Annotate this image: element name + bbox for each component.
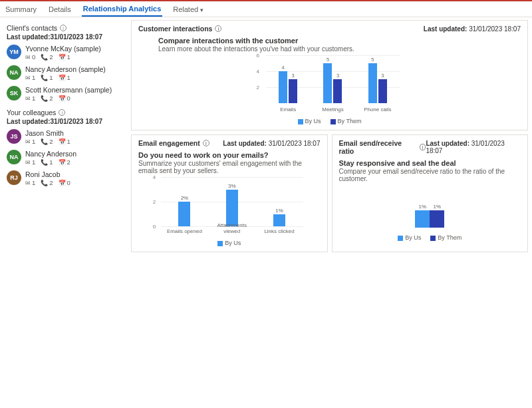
card-title: Customer interactions: [138, 25, 212, 33]
card-title: Email engagement: [138, 139, 200, 147]
contact-name: Nancy Anderson (sample): [25, 65, 124, 73]
avatar: JS: [7, 129, 21, 144]
customer-interactions-chart: 24643Emails53Meetings53Phone calls: [257, 55, 403, 115]
card-subtext: Summarize your customers' email engageme…: [138, 160, 321, 174]
contact-name: Scott Konersmann (sample): [25, 86, 124, 94]
calendar-icon: 📅: [59, 159, 66, 166]
colleagues-last-updated: Last updated:31/01/2023 18:07: [7, 118, 124, 125]
mail-icon: ✉: [25, 180, 31, 186]
avatar: NA: [7, 150, 21, 164]
email-engagement-card: Email engagementi Last updated: 31/01/20…: [131, 134, 328, 252]
phone-icon: 📞: [41, 159, 48, 166]
chart-legend: By Us: [138, 240, 321, 246]
card-heading: Do you need to work on your emails?: [138, 151, 321, 159]
avatar: YM: [7, 45, 21, 59]
card-subtext: Compare your email send/receive ratio to…: [339, 168, 521, 182]
phone-icon: 📞: [41, 180, 48, 186]
mail-icon: ✉: [25, 54, 31, 61]
customer-interactions-card: Customer interactionsi Last updated: 31/…: [131, 20, 528, 130]
last-updated: Last updated: 31/01/2023 18:07: [426, 140, 521, 154]
contact-stats: ✉1 📞2 📅0: [25, 95, 124, 102]
last-updated: Last updated: 31/01/2023 18:07: [223, 140, 320, 147]
info-icon[interactable]: i: [59, 109, 65, 116]
contact-stats: ✉1 📞2 📅0: [25, 179, 124, 186]
chevron-down-icon: ▾: [200, 7, 203, 13]
mail-icon: ✉: [25, 75, 31, 81]
phone-icon: 📞: [41, 95, 48, 102]
mail-icon: ✉: [25, 138, 31, 145]
calendar-icon: 📅: [59, 180, 66, 186]
info-icon[interactable]: i: [60, 25, 66, 31]
info-icon[interactable]: i: [203, 140, 209, 146]
tab-summary[interactable]: Summary: [4, 3, 38, 16]
phone-icon: 📞: [41, 75, 48, 81]
contact-item[interactable]: NA Nancy Anderson (sample) ✉1 📞1 📅1: [7, 65, 124, 81]
contact-name: Roni Jacob: [25, 170, 124, 178]
main-area: Customer interactionsi Last updated: 31/…: [128, 17, 532, 407]
card-heading: Compare interactions with the customer: [158, 37, 521, 45]
contact-item[interactable]: SK Scott Konersmann (sample) ✉1 📞2 📅0: [7, 86, 124, 102]
chart-legend: By Us By Them: [339, 234, 521, 241]
avatar: NA: [7, 65, 21, 80]
contact-item[interactable]: RJ Roni Jacob ✉1 📞2 📅0: [7, 170, 124, 186]
contact-name: Jason Smith: [25, 129, 124, 137]
card-heading: Stay responsive and seal the deal: [339, 159, 521, 167]
card-title: Email send/receive ratio: [339, 139, 417, 155]
contact-item[interactable]: JS Jason Smith ✉1 📞2 📅1: [7, 129, 124, 145]
tab-relationship-analytics[interactable]: Relationship Analytics: [82, 2, 163, 17]
avatar: SK: [7, 86, 21, 101]
card-subtext: Learn more about the interactions you've…: [158, 45, 521, 53]
tab-details[interactable]: Details: [47, 3, 72, 16]
mail-icon: ✉: [25, 95, 31, 102]
clients-contacts-header: Client's contactsi: [7, 24, 124, 32]
chart-legend: By Us By Them: [138, 118, 521, 124]
calendar-icon: 📅: [59, 75, 66, 81]
contact-stats: ✉1 📞2 📅1: [25, 138, 124, 145]
clients-last-updated: Last updated:31/01/2023 18:07: [7, 33, 124, 41]
contact-name: Yvonne McKay (sample): [25, 45, 124, 53]
calendar-icon: 📅: [59, 138, 66, 145]
info-icon[interactable]: i: [215, 25, 221, 32]
sidebar: Client's contactsi Last updated:31/01/20…: [0, 17, 128, 407]
email-ratio-chart: 1%1%: [380, 188, 479, 228]
contact-stats: ✉1 📞1 📅2: [25, 158, 124, 166]
phone-icon: 📞: [41, 138, 48, 145]
calendar-icon: 📅: [59, 54, 66, 61]
phone-icon: 📞: [41, 54, 48, 61]
top-tab-bar: Summary Details Relationship Analytics R…: [0, 0, 532, 17]
contact-name: Nancy Anderson: [25, 150, 124, 158]
your-colleagues-header: Your colleaguesi: [7, 108, 124, 116]
email-ratio-card: Email send/receive ratioi Last updated: …: [332, 134, 529, 252]
contact-stats: ✉1 📞1 📅1: [25, 74, 124, 81]
contact-item[interactable]: NA Nancy Anderson ✉1 📞1 📅2: [7, 150, 124, 166]
calendar-icon: 📅: [59, 95, 66, 102]
avatar: RJ: [7, 170, 21, 185]
mail-icon: ✉: [25, 159, 31, 166]
email-engagement-chart: 0242%Emails opened3%Attachments viewed1%…: [153, 177, 306, 237]
tab-related[interactable]: Related ▾: [172, 3, 205, 16]
contact-item[interactable]: YM Yvonne McKay (sample) ✉0 📞2 📅1: [7, 45, 124, 61]
last-updated: Last updated: 31/01/2023 18:07: [424, 25, 521, 33]
info-icon[interactable]: i: [420, 144, 426, 150]
contact-stats: ✉0 📞2 📅1: [25, 53, 124, 61]
